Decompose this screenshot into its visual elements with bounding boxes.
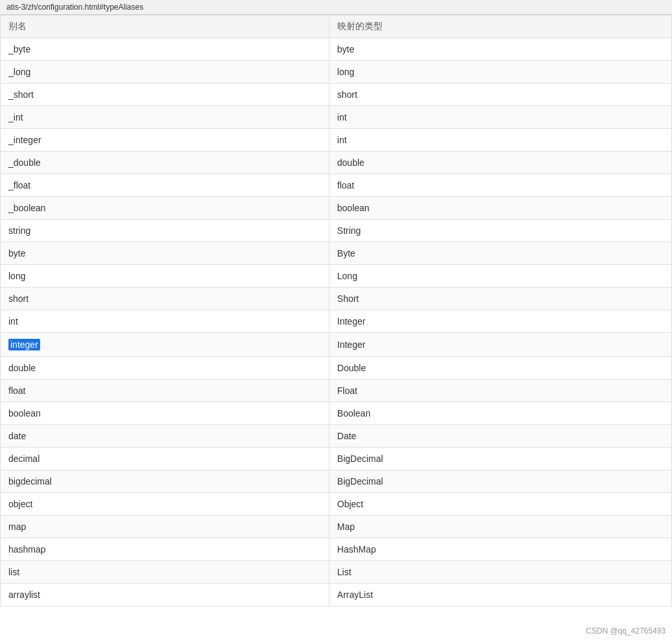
table-row: bigdecimalBigDecimal [1, 470, 672, 493]
alias-cell: bigdecimal [1, 470, 330, 493]
mapping-cell: Float [329, 380, 671, 402]
highlighted-alias: integer [8, 339, 40, 350]
mapping-cell: BigDecimal [329, 470, 671, 493]
table-row: listList [1, 561, 672, 584]
mapping-cell: float [329, 174, 671, 197]
mapping-cell: HashMap [329, 538, 671, 561]
alias-cell: float [1, 380, 330, 402]
mapping-cell: Integer [329, 310, 671, 333]
alias-cell: long [1, 265, 330, 288]
alias-cell: _float [1, 174, 330, 197]
table-row: hashmapHashMap [1, 538, 672, 561]
table-row: longLong [1, 265, 672, 288]
table-row: _booleanboolean [1, 197, 672, 220]
mapping-cell: int [329, 106, 671, 129]
alias-cell: _short [1, 84, 330, 106]
mapping-cell: Map [329, 516, 671, 538]
table-row: objectObject [1, 493, 672, 516]
mapping-cell: Byte [329, 242, 671, 265]
alias-cell: hashmap [1, 538, 330, 561]
mapping-cell: ArrayList [329, 584, 671, 606]
mapping-cell: short [329, 84, 671, 106]
alias-cell: arraylist [1, 584, 330, 606]
table-row: decimalBigDecimal [1, 448, 672, 470]
mapping-cell: String [329, 220, 671, 242]
mapping-cell: Integer [329, 333, 671, 357]
table-header-row: 别名 映射的类型 [1, 16, 672, 38]
alias-cell: _double [1, 152, 330, 174]
mapping-cell: Short [329, 288, 671, 310]
alias-cell: _int [1, 106, 330, 129]
mapping-cell: int [329, 129, 671, 152]
alias-cell: list [1, 561, 330, 584]
table-container: 别名 映射的类型 _bytebyte_longlong_shortshort_i… [0, 15, 672, 606]
header-mapping: 映射的类型 [329, 16, 671, 38]
url-text: atis-3/zh/configuration.html#typeAliases [6, 3, 143, 12]
table-row: shortShort [1, 288, 672, 310]
alias-cell: int [1, 310, 330, 333]
mapping-cell: boolean [329, 197, 671, 220]
table-row: _intint [1, 106, 672, 129]
table-row: dateDate [1, 425, 672, 448]
table-row: integerInteger [1, 333, 672, 357]
mapping-cell: Double [329, 357, 671, 380]
table-row: doubleDouble [1, 357, 672, 380]
table-row: byteByte [1, 242, 672, 265]
table-row: booleanBoolean [1, 402, 672, 425]
table-row: floatFloat [1, 380, 672, 402]
alias-cell: short [1, 288, 330, 310]
alias-cell: decimal [1, 448, 330, 470]
mapping-cell: long [329, 61, 671, 84]
mapping-cell: Long [329, 265, 671, 288]
alias-cell: string [1, 220, 330, 242]
alias-cell: boolean [1, 402, 330, 425]
alias-cell: _long [1, 61, 330, 84]
table-row: intInteger [1, 310, 672, 333]
table-row: _floatfloat [1, 174, 672, 197]
table-row: _bytebyte [1, 38, 672, 61]
alias-cell: map [1, 516, 330, 538]
alias-cell: date [1, 425, 330, 448]
header-alias: 别名 [1, 16, 330, 38]
alias-cell: _boolean [1, 197, 330, 220]
mapping-cell: double [329, 152, 671, 174]
table-row: arraylistArrayList [1, 584, 672, 606]
table-row: mapMap [1, 516, 672, 538]
alias-cell: _byte [1, 38, 330, 61]
table-row: _integerint [1, 129, 672, 152]
mapping-cell: List [329, 561, 671, 584]
alias-cell: object [1, 493, 330, 516]
alias-cell: integer [1, 333, 330, 357]
mapping-cell: Object [329, 493, 671, 516]
alias-cell: byte [1, 242, 330, 265]
alias-cell: double [1, 357, 330, 380]
address-bar: atis-3/zh/configuration.html#typeAliases [0, 0, 672, 15]
mapping-cell: Boolean [329, 402, 671, 425]
table-row: stringString [1, 220, 672, 242]
mapping-cell: BigDecimal [329, 448, 671, 470]
type-aliases-table: 别名 映射的类型 _bytebyte_longlong_shortshort_i… [0, 15, 672, 606]
table-row: _doubledouble [1, 152, 672, 174]
mapping-cell: byte [329, 38, 671, 61]
table-row: _shortshort [1, 84, 672, 106]
alias-cell: _integer [1, 129, 330, 152]
mapping-cell: Date [329, 425, 671, 448]
table-row: _longlong [1, 61, 672, 84]
